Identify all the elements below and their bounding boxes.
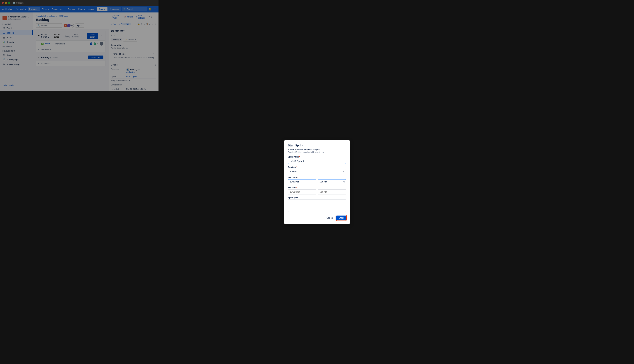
modal-overlay[interactable]: Start Sprint 1 issue will be included in… — [0, 0, 158, 91]
app-container: ⠿ J Jira Your work ▾ Projects ▾ Filters … — [0, 6, 158, 91]
